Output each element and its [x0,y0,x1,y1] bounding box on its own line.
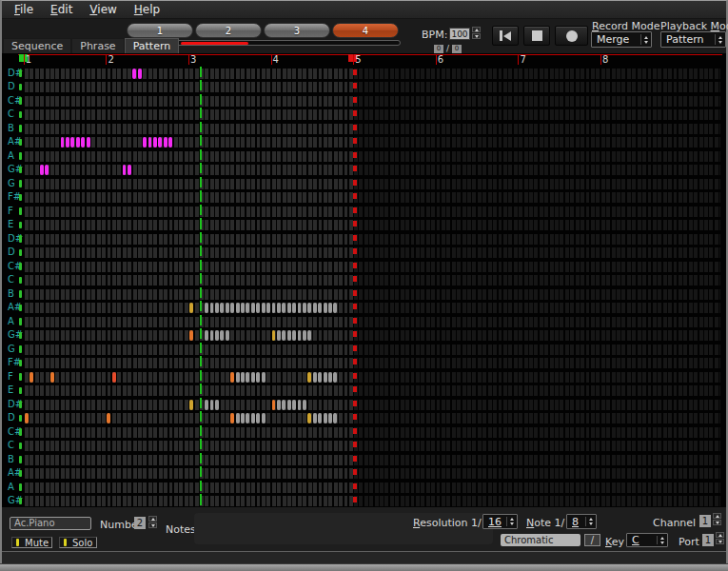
channel-down-icon[interactable] [713,520,721,525]
menu-file[interactable]: File [6,2,42,17]
note-pill-sustain[interactable] [236,372,240,383]
tab-pattern[interactable]: Pattern [125,38,180,54]
note-pill-sustain[interactable] [277,303,281,313]
note-pill-magenta[interactable] [45,165,49,175]
note-pill-magenta[interactable] [128,165,131,175]
note-pill-orange[interactable] [25,413,29,423]
note-pill-sustain[interactable] [298,303,302,313]
note-pill-sustain[interactable] [328,413,332,423]
note-pill-orange[interactable] [189,330,193,341]
bpm-down-icon[interactable] [472,33,481,39]
note-row-e-23[interactable]: E [2,384,726,398]
note-row-ds-12[interactable]: D# [2,232,726,246]
note-row-fs-21[interactable]: F# [2,356,726,370]
note-pill-sustain[interactable] [324,413,327,423]
menu-edit[interactable]: Edit [42,2,81,17]
note-row-c-15[interactable]: C [2,273,726,287]
note-pill-sustain[interactable] [256,372,260,383]
note-pill-sustain[interactable] [230,303,234,313]
note-pill-sustain[interactable] [303,400,306,410]
note-row-g-20[interactable]: G [2,343,726,357]
note-pill-sustain[interactable] [220,330,224,341]
note-row-g-8[interactable]: G [2,177,726,191]
note-pill-sustain[interactable] [246,303,249,313]
skip-to-start-button[interactable] [492,26,519,46]
note-row-cs-26[interactable]: C# [2,425,726,440]
note-pill-magenta[interactable] [132,69,136,79]
note-pill-magenta[interactable] [61,137,65,148]
note-row-c-3[interactable]: C [2,108,726,122]
note-pill-orange[interactable] [230,372,234,383]
note-row-d-25[interactable]: D [2,411,726,425]
bpm-input[interactable]: 100 [449,28,470,40]
note-pill-sustain[interactable] [287,330,291,341]
resolution-dropdown[interactable]: 16 [482,514,518,529]
note-pill-sustain[interactable] [210,303,214,313]
note-row-as-5[interactable]: A# [2,135,726,149]
piano-roll-grid[interactable]: 12345678 D#DC#CBA#AG#GF#FED#DC#CBA#AG#GF… [2,53,726,507]
pattern-slot-1[interactable]: 1 [127,23,193,38]
port-spinbox[interactable]: 1 [702,534,714,546]
note-pill-sustain[interactable] [205,330,208,341]
note-pill-sustain[interactable] [307,330,311,341]
note-pill-sustain[interactable] [307,303,311,313]
bpm-up-icon[interactable] [472,27,481,32]
note-row-gs-7[interactable]: G# [2,163,726,177]
note-pill-yellow[interactable] [272,330,276,341]
note-pill-yellow[interactable] [307,413,311,423]
note-row-a-18[interactable]: A [2,315,726,329]
note-pill-sustain[interactable] [292,330,296,341]
note-row-d-13[interactable]: D [2,246,726,260]
note-row-b-28[interactable]: B [2,453,726,467]
menu-view[interactable]: View [81,2,125,17]
note-pill-yellow[interactable] [307,372,311,383]
note-pill-sustain[interactable] [236,303,240,313]
note-pill-sustain[interactable] [246,372,249,383]
note-row-a-6[interactable]: A [2,149,726,164]
note-pill-orange[interactable] [107,413,110,423]
note-pill-magenta[interactable] [164,137,167,148]
note-row-gs-19[interactable]: G# [2,328,726,343]
note-row-gs-31[interactable]: G# [2,494,726,507]
note-pill-sustain[interactable] [287,303,291,313]
note-pill-magenta[interactable] [70,137,74,148]
note-row-as-17[interactable]: A# [2,301,726,315]
note-pill-sustain[interactable] [313,372,317,383]
note-pill-sustain[interactable] [328,303,332,313]
record-button[interactable] [555,26,588,46]
note-pill-orange[interactable] [30,372,33,383]
note-pill-orange[interactable] [230,413,234,423]
note-pill-magenta[interactable] [148,137,152,148]
note-pill-sustain[interactable] [318,372,322,383]
scale-selector[interactable]: Chromatic [501,534,580,546]
note-row-d-1[interactable]: D [2,80,726,94]
note-pill-sustain[interactable] [215,330,219,341]
note-pill-sustain[interactable] [241,372,245,383]
key-dropdown[interactable]: C [626,533,668,547]
note-pill-sustain[interactable] [262,303,266,313]
pattern-slot-4[interactable]: 4 [332,23,399,38]
port-up-icon[interactable] [716,532,724,538]
note-pill-sustain[interactable] [333,372,337,383]
pattern-slot-2[interactable]: 2 [195,23,262,38]
number-down-icon[interactable] [148,522,157,528]
note-pill-sustain[interactable] [256,413,260,423]
note-pill-sustain[interactable] [298,330,302,341]
note-pill-sustain[interactable] [215,400,219,410]
note-pill-sustain[interactable] [210,330,214,341]
note-pill-magenta[interactable] [76,137,80,148]
note-pill-sustain[interactable] [205,400,208,410]
note-pill-magenta[interactable] [40,165,44,175]
note-pill-yellow[interactable] [189,303,193,313]
note-length-dropdown[interactable]: 8 [566,514,597,529]
note-row-as-29[interactable]: A# [2,466,726,481]
note-row-b-4[interactable]: B [2,122,726,136]
note-pill-magenta[interactable] [153,137,157,148]
note-pill-sustain[interactable] [241,413,245,423]
note-row-e-11[interactable]: E [2,218,726,232]
note-pill-yellow[interactable] [189,400,193,410]
note-row-f-10[interactable]: F [2,205,726,219]
note-row-cs-14[interactable]: C# [2,260,726,274]
note-pill-sustain[interactable] [241,303,245,313]
note-pill-sustain[interactable] [210,400,214,410]
